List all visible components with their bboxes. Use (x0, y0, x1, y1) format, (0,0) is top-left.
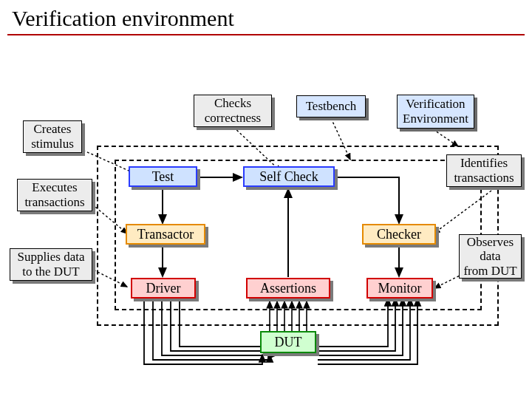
box-test: Test (129, 166, 197, 187)
legend-creates-stimulus: Creates stimulus (23, 120, 82, 153)
verification-environment-label: Verification Environment (397, 95, 474, 129)
box-monitor: Monitor (366, 278, 433, 299)
testbench-label: Testbench (296, 95, 366, 117)
legend-executes-transactions: Executes transactions (17, 179, 92, 211)
svg-line-5 (433, 129, 458, 146)
legend-supplies-data: Supplies data to the DUT (10, 248, 92, 281)
box-assertions: Assertions (246, 278, 330, 299)
box-driver: Driver (131, 278, 196, 299)
box-dut: DUT (260, 331, 316, 353)
page-title: Verification environment (0, 0, 532, 34)
legend-observes-data: Observes data from DUT (459, 234, 522, 279)
box-transactor: Transactor (126, 224, 205, 245)
legend-checks-correctness: Checks correctness (194, 95, 272, 127)
title-underline (7, 34, 525, 35)
legend-identifies-transactions: Identifies transactions (446, 154, 522, 187)
box-checker: Checker (362, 224, 436, 245)
box-self-check: Self Check (243, 166, 335, 187)
